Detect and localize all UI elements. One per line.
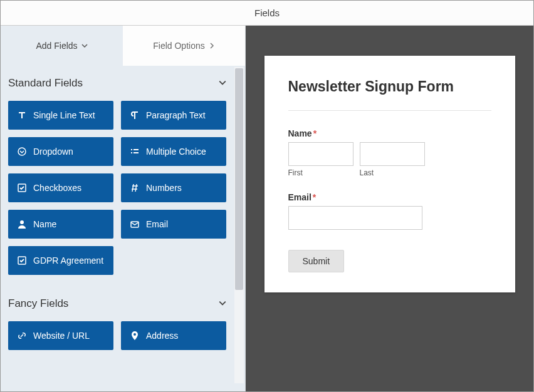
user-icon <box>17 219 27 229</box>
sidebar: Add Fields Field Options Standard Fields <box>1 26 246 391</box>
paragraph-icon <box>130 110 140 120</box>
field-button-label: Single Line Text <box>33 110 95 120</box>
pin-icon <box>130 331 140 341</box>
dropdown-icon <box>17 147 27 157</box>
fancy-field-button[interactable]: Website / URL <box>8 321 113 350</box>
field-button-label: Website / URL <box>33 331 90 341</box>
check-icon <box>17 183 27 193</box>
required-mark: * <box>313 192 316 202</box>
chevron-right-icon <box>209 43 215 49</box>
tab-field-options[interactable]: Field Options <box>123 26 245 66</box>
sidebar-sections: Standard Fields Single Line TextParagrap… <box>1 66 245 391</box>
field-name[interactable]: Name* First Last <box>288 128 491 177</box>
field-button-label: Numbers <box>146 183 182 193</box>
standard-field-button[interactable]: Single Line Text <box>8 101 113 130</box>
name-row: First Last <box>288 142 491 177</box>
standard-field-button[interactable]: Name <box>8 210 113 239</box>
page-header: Fields <box>1 1 533 26</box>
page-title: Fields <box>254 8 280 18</box>
sidebar-tabs: Add Fields Field Options <box>1 26 245 66</box>
link-icon <box>17 331 27 341</box>
first-name-input[interactable] <box>288 142 353 166</box>
field-button-label: Address <box>146 331 178 341</box>
field-button-label: GDPR Agreement <box>33 255 103 266</box>
chevron-down-icon <box>219 297 226 310</box>
standard-field-button[interactable]: Email <box>121 210 226 239</box>
field-email[interactable]: Email* <box>288 192 491 230</box>
section-fancy-fields[interactable]: Fancy Fields <box>1 286 245 317</box>
text-icon <box>17 110 27 120</box>
standard-fields-grid: Single Line TextParagraph TextDropdownMu… <box>1 97 245 286</box>
chevron-down-icon <box>219 77 226 90</box>
standard-field-button[interactable]: Numbers <box>121 173 226 202</box>
standard-field-button[interactable]: GDPR Agreement <box>8 246 113 275</box>
fancy-fields-grid: Website / URLAddress <box>1 317 245 361</box>
tab-label: Field Options <box>153 41 204 51</box>
field-button-label: Dropdown <box>33 147 73 157</box>
envelope-icon <box>130 219 140 229</box>
hash-icon <box>130 183 140 193</box>
standard-field-button[interactable]: Checkboxes <box>8 173 113 202</box>
tab-add-fields[interactable]: Add Fields <box>1 26 123 66</box>
section-title: Fancy Fields <box>8 297 68 310</box>
fancy-field-button[interactable]: Address <box>121 321 226 350</box>
field-button-label: Checkboxes <box>33 183 81 193</box>
first-sublabel: First <box>288 168 353 177</box>
standard-field-button[interactable]: Dropdown <box>8 137 113 166</box>
section-title: Standard Fields <box>8 77 83 90</box>
form-title: Newsletter Signup Form <box>288 78 491 111</box>
list-icon <box>130 147 140 157</box>
name-label: Name* <box>288 128 491 138</box>
email-label: Email* <box>288 192 491 202</box>
email-input[interactable] <box>288 206 422 230</box>
form-preview[interactable]: Newsletter Signup Form Name* First Last <box>264 56 515 292</box>
tab-label: Add Fields <box>36 41 77 51</box>
submit-button[interactable]: Submit <box>288 250 345 272</box>
main: Add Fields Field Options Standard Fields <box>1 26 533 391</box>
last-sublabel: Last <box>360 168 425 177</box>
svg-point-0 <box>18 148 26 155</box>
required-mark: * <box>313 128 317 138</box>
chevron-down-icon <box>81 43 88 49</box>
standard-field-button[interactable]: Multiple Choice <box>121 137 226 166</box>
field-button-label: Name <box>33 219 56 229</box>
svg-point-2 <box>20 220 24 224</box>
field-button-label: Multiple Choice <box>146 147 206 157</box>
check-icon <box>17 255 27 266</box>
last-name-input[interactable] <box>360 142 425 166</box>
form-canvas: Newsletter Signup Form Name* First Last <box>246 26 533 391</box>
standard-field-button[interactable]: Paragraph Text <box>121 101 226 130</box>
field-button-label: Paragraph Text <box>146 110 206 120</box>
field-button-label: Email <box>146 219 168 229</box>
section-standard-fields[interactable]: Standard Fields <box>1 66 245 97</box>
